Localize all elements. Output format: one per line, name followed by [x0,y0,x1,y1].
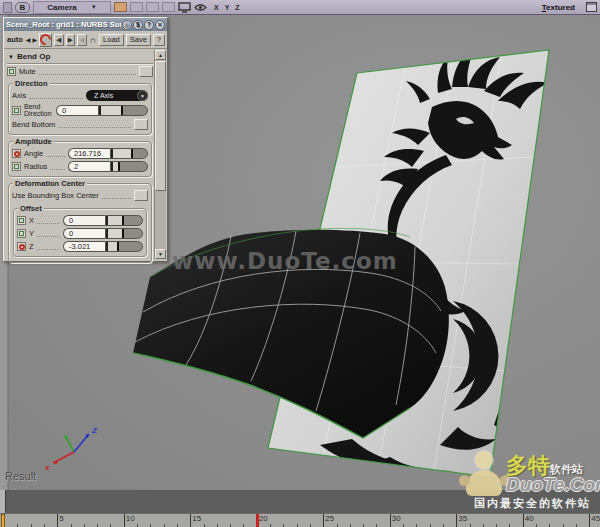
offset-y-slider[interactable] [105,228,143,239]
use-bbox-row: Use Bounding Box Center [12,190,148,201]
keys-icon[interactable]: ◎ [122,20,132,30]
offset-z-value-field[interactable]: -3.021 [63,241,105,252]
bend-direction-row: Bend Direction 0 [12,103,148,117]
timeline-major-tick [456,514,457,527]
close-icon[interactable]: ✕ [155,20,165,30]
timeline-major-tick [323,514,324,527]
direction-group: Direction Axis Z Axis ▼ Bend Direction 0 [8,83,152,135]
lock-icon[interactable]: ∩ [90,35,97,45]
offset-z-row: Z -3.021 [17,241,143,252]
collapse-triangle-icon: ▼ [8,54,14,60]
offset-y-value-field[interactable]: 0 [63,228,105,239]
radius-checkbox[interactable] [12,162,21,171]
panel-help-button[interactable]: ? [153,34,165,46]
key-icon [38,32,54,48]
scroll-up-icon[interactable]: ▲ [155,50,166,60]
axis-dropdown[interactable]: Z Axis ▼ [86,90,148,101]
panel-toolbar: auto ◀ ▶ ◀ ▶ ◀ ∩ Load Save ? [4,31,167,49]
panel-title-bar[interactable]: Scene_Root : grid1 : NURBS Surface ◎ $ ?… [4,18,167,31]
section-bend-op[interactable]: ▼ Bend Op [7,51,153,64]
nav-recent-button[interactable]: ◀ [77,34,86,46]
timeline-major-tick [589,514,590,527]
offset-y-checkbox[interactable] [17,229,26,238]
keyframe-button[interactable] [39,33,52,47]
timeline-start-marker[interactable] [1,514,5,527]
auto-update-button[interactable]: auto [6,35,24,44]
timeline-major-tick [124,514,125,527]
timeline-major-tick [390,514,391,527]
offset-z-slider[interactable] [105,241,143,252]
timeline-frame-label: 10 [126,514,135,523]
offset-x-value-field[interactable]: 0 [63,215,105,226]
camera-view-label: Camera [47,3,76,12]
timeline-frame-label: 25 [325,514,334,523]
axis-toggle-xyz[interactable]: XYZ [214,4,246,11]
offset-x-checkbox[interactable] [17,216,26,225]
viewport-resize-chip[interactable] [3,2,12,13]
offset-z-animated-icon[interactable] [17,242,26,251]
result-status-label: Result [5,470,36,482]
site-logo: 多特软件站 DuoTe.Com 国内最安全的软件站 [460,443,600,513]
chevron-down-icon: ▼ [91,4,97,10]
radius-slider[interactable] [110,161,148,172]
display-mode-menu[interactable]: Textured [542,3,575,12]
timeline-frame-label: 15 [192,514,201,523]
nav-back-button[interactable]: ◀ [54,34,63,46]
save-preset-button[interactable]: Save [126,34,151,46]
help-icon[interactable]: ? [144,20,154,30]
panel-title: Scene_Root : grid1 : NURBS Surface [6,20,121,29]
mute-row: Mute [7,66,153,77]
app-window: B Camera ▼ XYZ Textured [0,0,600,527]
memo-cam-button-4[interactable] [162,2,175,12]
bend-bottom-row: Bend Bottom [12,119,148,130]
mute-checkbox[interactable] [7,67,16,76]
axis-row: Axis Z Axis ▼ [12,90,148,101]
panel-scrollbar[interactable]: ▲ ▼ [154,50,166,259]
logo-tagline: 国内最安全的软件站 [474,496,591,511]
display-monitor-icon[interactable] [178,2,191,13]
viewport-top-bar: B Camera ▼ XYZ Textured [0,0,600,15]
timeline-ruler[interactable]: 51015202530354045 [0,513,600,527]
memo-cam-button-2[interactable] [130,2,143,12]
store-icon[interactable]: $ [133,20,143,30]
mute-animation-divot[interactable] [139,66,153,77]
timeline-frame-label: 40 [525,514,534,523]
angle-slider[interactable] [110,148,148,159]
axis-x-label: x [44,463,50,472]
timeline-major-tick [190,514,191,527]
view-menu-button[interactable]: B [15,2,30,13]
timeline-frame-label: 30 [392,514,401,523]
watermark-text: www.DuoTe.com [172,248,432,274]
scrollbar-thumb[interactable] [155,61,166,191]
timeline-major-tick [523,514,524,527]
load-preset-button[interactable]: Load [99,34,124,46]
property-editor-panel: Scene_Root : grid1 : NURBS Surface ◎ $ ?… [3,17,168,262]
bend-direction-value-field[interactable]: 0 [56,105,98,116]
camera-view-dropdown[interactable]: Camera ▼ [33,1,111,14]
offset-x-slider[interactable] [105,215,143,226]
radius-value-field[interactable]: 2 [68,161,110,172]
prev-arrow-icon[interactable]: ◀ [26,36,31,43]
maximize-viewport-icon[interactable] [586,2,597,12]
amplitude-group: Amplitude Angle 216.716 Radius 2 [8,141,152,177]
offset-y-row: Y 0 [17,228,143,239]
next-arrow-icon[interactable]: ▶ [32,36,37,43]
bend-direction-checkbox[interactable] [12,106,21,115]
timeline-playhead[interactable] [256,514,259,527]
memo-cam-button-3[interactable] [146,2,159,12]
use-bbox-animation-divot[interactable] [134,190,148,201]
angle-animated-icon[interactable] [12,149,21,158]
timeline-frame-label: 20 [259,514,268,523]
bend-bottom-animation-divot[interactable] [134,119,148,130]
angle-value-field[interactable]: 216.716 [68,148,110,159]
memo-cam-button-1[interactable] [114,2,127,12]
scroll-down-icon[interactable]: ▼ [155,249,166,259]
chevron-down-icon[interactable]: ▼ [137,90,148,101]
panel-content: ▼ Bend Op Mute Direction Axis Z Axis ▼ [4,49,167,260]
bend-direction-slider[interactable] [98,105,148,116]
offset-group: Offset X 0 Y 0 [13,208,147,257]
eye-visibility-icon[interactable] [194,3,207,12]
offset-x-row: X 0 [17,215,143,226]
nav-forward-button[interactable]: ▶ [66,34,75,46]
timeline-frame-label: 5 [59,514,63,523]
